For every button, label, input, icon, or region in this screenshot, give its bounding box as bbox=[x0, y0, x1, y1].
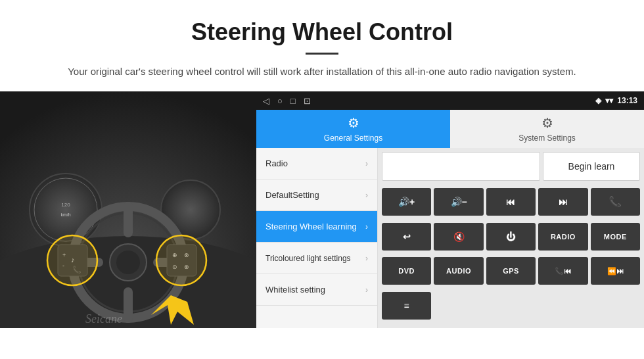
settings-item-default[interactable]: DefaultSetting › bbox=[256, 180, 377, 211]
status-bar: ◁ ○ □ ⊡ ◈ ▾▾ 13:13 bbox=[256, 91, 644, 110]
page-wrapper: Steering Wheel Control Your original car… bbox=[0, 0, 644, 328]
back-nav-icon[interactable]: ◁ bbox=[263, 96, 269, 106]
settings-tricolour-label: Tricoloured light settings bbox=[265, 254, 351, 263]
call-prev-button[interactable]: 📞⏮ bbox=[538, 257, 587, 285]
svg-text:Seicane: Seicane bbox=[85, 312, 122, 325]
system-settings-icon: ⚙ bbox=[541, 115, 553, 131]
page-title: Steering Wheel Control bbox=[39, 18, 605, 46]
audio-button[interactable]: AUDIO bbox=[434, 257, 483, 285]
power-button[interactable]: ⏻ bbox=[486, 223, 536, 251]
status-bar-info: ◈ ▾▾ 13:13 bbox=[595, 96, 637, 105]
general-settings-icon: ⚙ bbox=[348, 115, 359, 131]
call-button[interactable]: 📞 bbox=[591, 188, 640, 216]
svg-point-2 bbox=[30, 174, 102, 246]
tab-system-label: System Settings bbox=[518, 133, 576, 143]
svg-text:km/h: km/h bbox=[60, 212, 70, 217]
time-display: 13:13 bbox=[617, 96, 637, 105]
control-buttons-row2: 🔊+ 🔊− ⏮ ⏭ 📞 bbox=[382, 188, 640, 220]
car-image-section: 120 km/h + bbox=[0, 91, 256, 328]
dvd-button[interactable]: DVD bbox=[382, 257, 431, 285]
settings-radio-label: Radio bbox=[265, 158, 288, 168]
settings-item-steering[interactable]: Steering Wheel learning › bbox=[256, 211, 377, 243]
panel-row1: Begin learn bbox=[382, 152, 640, 181]
chevron-icon-steering: › bbox=[365, 222, 368, 231]
settings-default-label: DefaultSetting bbox=[265, 190, 319, 200]
chevron-icon-default: › bbox=[365, 191, 368, 200]
svg-point-14 bbox=[116, 251, 140, 274]
android-ui: ◁ ○ □ ⊡ ◈ ▾▾ 13:13 ⚙ General Settings bbox=[256, 91, 644, 328]
mute-button[interactable]: 🔇 bbox=[434, 223, 483, 251]
vol-up-button[interactable]: 🔊+ bbox=[382, 188, 431, 216]
screenshot-nav-icon[interactable]: ⊡ bbox=[304, 96, 311, 106]
begin-learn-button[interactable]: Begin learn bbox=[543, 152, 640, 181]
settings-whitelist-label: Whitelist setting bbox=[265, 285, 325, 295]
svg-point-26 bbox=[156, 235, 206, 285]
menu-button[interactable]: ≡ bbox=[382, 292, 431, 320]
back-button[interactable]: ↩ bbox=[382, 223, 431, 251]
prev-button[interactable]: ⏮ bbox=[486, 188, 536, 216]
ff-prev-button[interactable]: ⏪⏭ bbox=[591, 257, 640, 285]
settings-list: Radio › DefaultSetting › Steering Wheel … bbox=[256, 148, 378, 328]
chevron-icon-tricolour: › bbox=[365, 254, 368, 263]
tab-bar: ⚙ General Settings ⚙ System Settings bbox=[256, 110, 644, 148]
page-subtitle: Your original car's steering wheel contr… bbox=[39, 64, 605, 80]
settings-steering-label: Steering Wheel learning bbox=[265, 222, 357, 231]
settings-item-whitelist[interactable]: Whitelist setting › bbox=[256, 274, 377, 306]
control-buttons-row5: ≡ bbox=[382, 292, 640, 324]
radio-input-field[interactable] bbox=[382, 152, 540, 181]
title-divider bbox=[306, 53, 338, 55]
radio-button[interactable]: RADIO bbox=[538, 223, 587, 251]
mode-button[interactable]: MODE bbox=[591, 223, 640, 251]
chevron-icon-radio: › bbox=[365, 159, 368, 168]
recents-nav-icon[interactable]: □ bbox=[290, 96, 296, 106]
next-button[interactable]: ⏭ bbox=[538, 188, 587, 216]
settings-item-radio[interactable]: Radio › bbox=[256, 148, 377, 180]
tab-general-settings[interactable]: ⚙ General Settings bbox=[256, 110, 450, 148]
control-buttons-row3: ↩ 🔇 ⏻ RADIO MODE bbox=[382, 223, 640, 255]
gps-button[interactable]: GPS bbox=[486, 257, 536, 285]
svg-text:120: 120 bbox=[61, 202, 70, 208]
control-buttons-row4: DVD AUDIO GPS 📞⏮ ⏪⏭ bbox=[382, 257, 640, 289]
tab-general-label: General Settings bbox=[324, 133, 382, 143]
settings-item-tricolour[interactable]: Tricoloured light settings › bbox=[256, 243, 377, 274]
status-bar-nav: ◁ ○ □ ⊡ bbox=[263, 96, 311, 106]
signal-icon: ▾▾ bbox=[605, 96, 613, 105]
location-icon: ◈ bbox=[595, 96, 601, 105]
chevron-icon-whitelist: › bbox=[365, 285, 368, 295]
main-content: 120 km/h + bbox=[0, 91, 644, 328]
tab-system-settings[interactable]: ⚙ System Settings bbox=[450, 110, 644, 148]
vol-down-button[interactable]: 🔊− bbox=[434, 188, 483, 216]
svg-point-25 bbox=[47, 235, 97, 285]
header-section: Steering Wheel Control Your original car… bbox=[0, 0, 644, 91]
content-area: Radio › DefaultSetting › Steering Wheel … bbox=[256, 148, 644, 328]
right-panel: Begin learn 🔊+ 🔊− ⏮ ⏭ 📞 ↩ 🔇 ⏻ bbox=[378, 148, 644, 328]
home-nav-icon[interactable]: ○ bbox=[277, 96, 283, 106]
